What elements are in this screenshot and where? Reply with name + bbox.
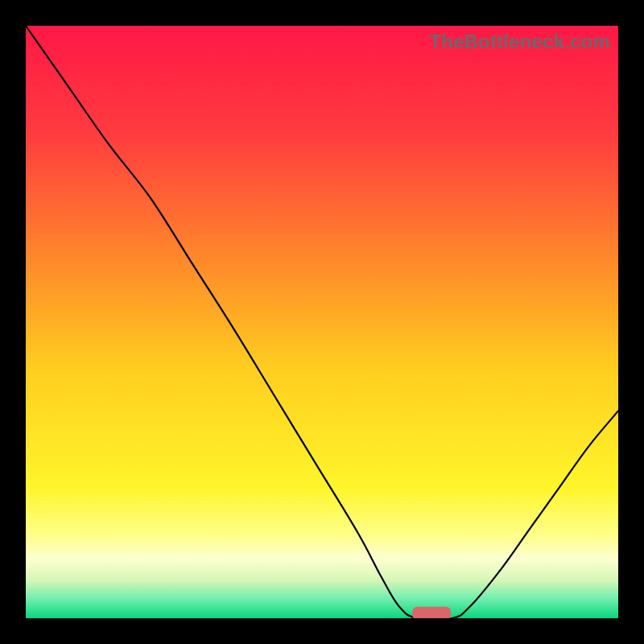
- chart-frame: TheBottleneck.com: [26, 26, 618, 618]
- chart-svg: [26, 26, 618, 618]
- optimal-marker: [412, 607, 451, 618]
- watermark-text: TheBottleneck.com: [429, 31, 610, 53]
